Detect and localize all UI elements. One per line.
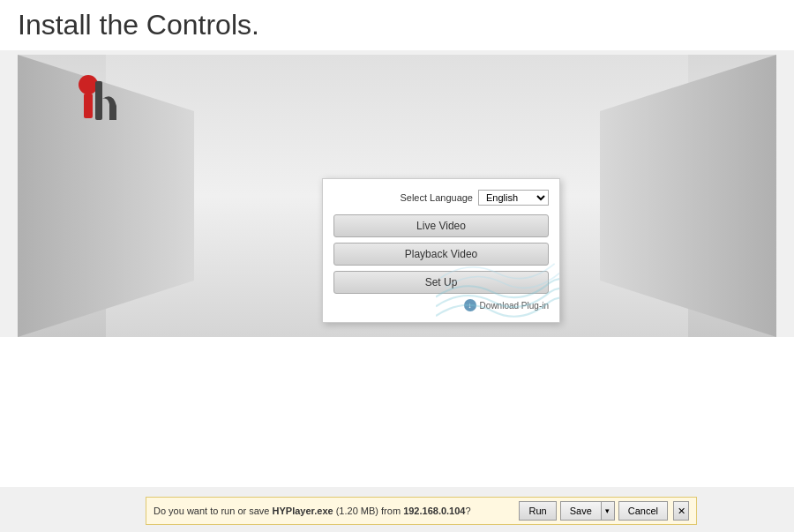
download-bar-text: Do you want to run or save HYPlayer.exe … [154, 506, 515, 516]
run-button[interactable]: Run [519, 501, 556, 521]
dialog-box: Select Language English Chinese French G… [322, 178, 560, 323]
page-title: Install the Controls. [18, 9, 776, 41]
language-row: Select Language English Chinese French G… [333, 190, 549, 206]
svg-rect-1 [84, 94, 93, 118]
save-button[interactable]: Save [560, 501, 601, 521]
svg-point-0 [79, 75, 98, 94]
language-label: Select Language [400, 192, 473, 203]
download-message-mid: from [378, 506, 403, 516]
logo [71, 72, 132, 134]
playback-video-button[interactable]: Playback Video [333, 243, 549, 266]
download-filename: HYPlayer.exe [273, 506, 333, 516]
page-title-area: Install the Controls. [0, 0, 794, 50]
svg-rect-2 [95, 81, 102, 120]
download-bar: Do you want to run or save HYPlayer.exe … [146, 497, 697, 525]
download-ip: 192.168.0.104 [403, 506, 465, 516]
close-button[interactable]: ✕ [673, 501, 689, 521]
setup-button[interactable]: Set Up [333, 271, 549, 294]
close-icon: ✕ [678, 506, 685, 517]
white-area [0, 337, 794, 487]
download-filesize: (1.20 MB) [336, 506, 378, 516]
download-message-end: ? [465, 506, 470, 516]
save-group: Save▾ [557, 501, 615, 521]
main-content-area: Select Language English Chinese French G… [18, 55, 776, 337]
cancel-button[interactable]: Cancel [618, 501, 668, 521]
download-message-start: Do you want to run or save [154, 506, 273, 516]
download-plugin-link[interactable]: ↓ Download Plug-in [333, 299, 549, 311]
download-plugin-label: Download Plug-in [480, 301, 549, 311]
language-select[interactable]: English Chinese French German Spanish [478, 190, 549, 206]
download-icon: ↓ [464, 299, 476, 311]
live-video-button[interactable]: Live Video [333, 214, 549, 237]
save-dropdown-button[interactable]: ▾ [601, 501, 615, 521]
